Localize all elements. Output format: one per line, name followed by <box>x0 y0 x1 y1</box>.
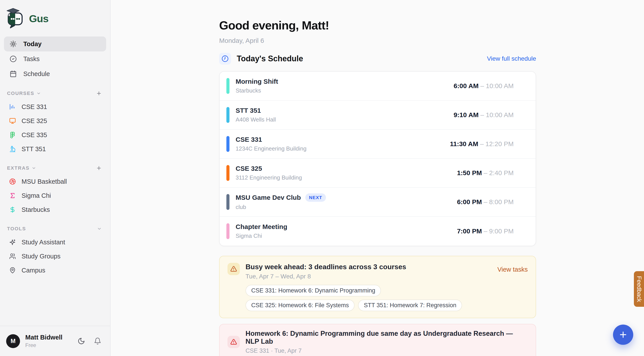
nav-label: Schedule <box>23 70 50 78</box>
sidebar-item-label: CSE 335 <box>22 132 47 139</box>
event-title: STT 351 <box>236 107 261 114</box>
add-extra-icon[interactable] <box>96 165 102 171</box>
tools-section-title: TOOLS <box>7 226 26 232</box>
sidebar-item-label: CSE 331 <box>22 103 47 110</box>
app-name: Gus <box>29 12 48 24</box>
deadline-chip[interactable]: CSE 331: Homework 6: Dynamic Programming <box>246 285 381 296</box>
event-color-bar <box>226 223 230 239</box>
feedback-label: Feedback <box>636 276 642 302</box>
conflict-title: Homework 6: Dynamic Programming due same… <box>246 330 528 346</box>
tools-section: TOOLS Study Assistant Study Groups <box>7 226 102 277</box>
event-color-bar <box>226 165 230 181</box>
sidebar-item-cse-335[interactable]: CSE 335 <box>7 128 102 142</box>
sidebar-item-label: Starbucks <box>22 206 50 214</box>
event-color-bar <box>226 194 230 210</box>
conflict-alert: Homework 6: Dynamic Programming due same… <box>219 324 536 356</box>
app-logo[interactable]: Gus <box>6 8 110 29</box>
courses-section: COURSES CSE 331 CSE 325 <box>7 90 102 156</box>
event-row-cse-331[interactable]: CSE 331 1234C Engineering Building 11:30… <box>220 130 536 159</box>
nav-item-tasks[interactable]: Tasks <box>4 52 106 66</box>
sigma-icon <box>9 192 16 199</box>
event-row-msu-game-dev-club[interactable]: MSU Game Dev Club NEXT club 6:00 PM–8:00… <box>220 188 536 217</box>
profile-footer[interactable]: M Matt Bidwell Free <box>0 326 110 356</box>
deadline-chips: CSE 331: Homework 6: Dynamic Programming… <box>246 285 492 311</box>
sidebar-item-label: Campus <box>22 267 45 274</box>
sidebar-item-label: STT 351 <box>22 146 46 153</box>
sidebar-item-sigma-chi[interactable]: Sigma Chi <box>7 188 102 202</box>
chevron-down-icon[interactable] <box>36 91 41 96</box>
sidebar-item-cse-325[interactable]: CSE 325 <box>7 114 102 128</box>
event-row-cse-325[interactable]: CSE 325 3112 Engineering Building 1:50 P… <box>220 159 536 188</box>
sidebar-item-starbucks[interactable]: Starbucks <box>7 202 102 217</box>
profile-plan: Free <box>25 342 62 348</box>
sidebar-item-label: Sigma Chi <box>22 192 51 199</box>
microscope-icon <box>9 146 16 152</box>
view-full-schedule-link[interactable]: View full schedule <box>487 55 536 62</box>
deadline-chip[interactable]: CSE 325: Homework 6: File Systems <box>246 300 354 311</box>
deadline-chip[interactable]: STT 351: Homework 7: Regression <box>358 300 462 311</box>
chevron-down-icon[interactable] <box>97 226 102 231</box>
event-time: 7:00 PM–9:00 PM <box>457 228 514 235</box>
profile-name: Matt Bidwell <box>25 334 62 341</box>
schedule-section-title: Today's Schedule <box>237 54 303 63</box>
plus-icon <box>618 330 628 339</box>
sidebar-item-study-groups[interactable]: Study Groups <box>7 249 102 263</box>
sidebar-item-label: Study Groups <box>22 253 60 260</box>
alert-icon-chip <box>228 336 240 348</box>
bell-icon[interactable] <box>94 337 101 345</box>
extras-section: EXTRAS MSU Basketball Sigma Chi <box>7 165 102 217</box>
nav-label: Tasks <box>23 56 40 63</box>
bar-chart-icon <box>9 104 16 110</box>
event-title: MSU Game Dev Club <box>236 194 301 201</box>
event-row-stt-351[interactable]: STT 351 A408 Wells Hall 9:10 AM–10:00 AM <box>220 101 536 130</box>
figma-icon <box>9 132 16 138</box>
event-location: Starbucks <box>236 87 278 94</box>
sidebar-item-stt-351[interactable]: STT 351 <box>7 142 102 156</box>
sidebar-item-study-assistant[interactable]: Study Assistant <box>7 235 102 249</box>
gus-logo-icon <box>6 8 24 29</box>
add-course-icon[interactable] <box>96 90 102 96</box>
event-title: Chapter Meeting <box>236 223 287 230</box>
sidebar-item-cse-331[interactable]: CSE 331 <box>7 100 102 114</box>
moon-icon[interactable] <box>78 337 85 345</box>
nav-item-today[interactable]: Today <box>4 36 106 52</box>
add-button[interactable] <box>613 324 633 345</box>
sidebar-item-label: CSE 325 <box>22 117 47 124</box>
feedback-tab[interactable]: Feedback <box>634 271 644 307</box>
sidebar-item-msu-basketball[interactable]: MSU Basketball <box>7 174 102 188</box>
page-date: Monday, April 6 <box>219 37 536 44</box>
event-location: Sigma Chi <box>236 232 287 239</box>
chevron-down-icon[interactable] <box>32 166 36 170</box>
check-circle-icon <box>10 56 17 62</box>
triangle-alert-icon <box>230 338 237 346</box>
event-time: 9:10 AM–10:00 AM <box>454 111 514 119</box>
event-time: 6:00 PM–8:00 PM <box>457 198 514 206</box>
event-color-bar <box>226 78 230 94</box>
event-location: A408 Wells Hall <box>236 116 276 123</box>
sidebar-item-campus[interactable]: Campus <box>7 263 102 277</box>
calendar-icon <box>10 70 17 77</box>
event-time: 11:30 AM–12:20 PM <box>450 140 514 148</box>
event-row-chapter-meeting[interactable]: Chapter Meeting Sigma Chi 7:00 PM–9:00 P… <box>220 217 536 246</box>
next-badge: NEXT <box>305 194 326 202</box>
event-title: CSE 331 <box>236 136 262 143</box>
dollar-icon <box>9 206 16 213</box>
event-location: 1234C Engineering Building <box>236 145 306 152</box>
clock-chip <box>219 53 231 64</box>
event-title: CSE 325 <box>236 165 262 172</box>
sidebar: Gus Today Tasks Schedule COURSES <box>0 0 110 356</box>
sun-icon <box>10 40 17 48</box>
sparkles-icon <box>9 239 16 246</box>
event-title: Morning Shift <box>236 78 278 85</box>
nav-item-schedule[interactable]: Schedule <box>4 66 106 81</box>
view-tasks-link[interactable]: View tasks <box>498 266 528 273</box>
users-icon <box>9 253 16 260</box>
event-row-morning-shift[interactable]: Morning Shift Starbucks 6:00 AM–10:00 AM <box>220 72 536 101</box>
busy-week-title: Busy week ahead: 3 deadlines across 3 co… <box>246 263 498 271</box>
conflict-meta: CSE 331 · Tue, Apr 7 <box>246 348 528 354</box>
sidebar-item-label: MSU Basketball <box>22 178 67 185</box>
event-color-bar <box>226 136 230 152</box>
avatar[interactable]: M <box>6 334 20 348</box>
event-location: 3112 Engineering Building <box>236 174 302 181</box>
courses-section-title: COURSES <box>7 90 34 96</box>
